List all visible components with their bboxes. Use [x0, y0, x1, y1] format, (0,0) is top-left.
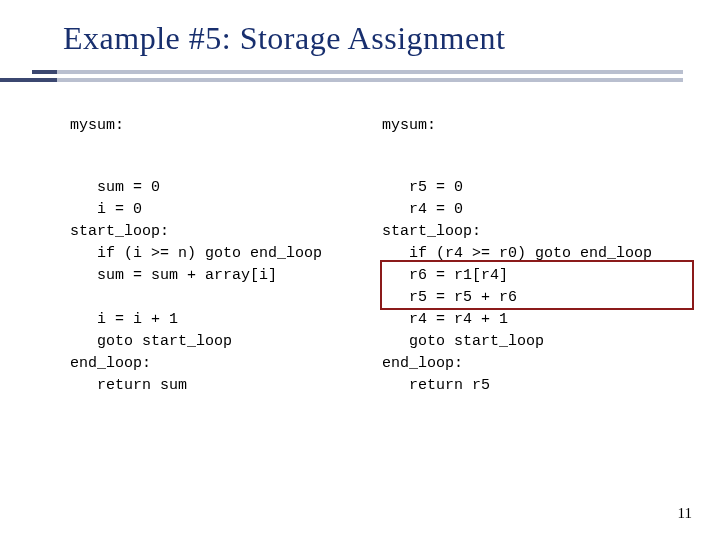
- left-code-column: mysum: sum = 0 i = 0 start_loop: if (i >…: [70, 115, 380, 397]
- underline-rule-2: [0, 78, 683, 82]
- slide-title: Example #5: Storage Assignment: [63, 20, 506, 56]
- right-code-column: mysum: r5 = 0 r4 = 0 start_loop: if (r4 …: [382, 115, 702, 397]
- underline-rule-1: [32, 70, 683, 74]
- left-code-block-2: i = i + 1 goto start_loop end_loop: retu…: [70, 309, 380, 397]
- slide-title-area: Example #5: Storage Assignment: [63, 20, 683, 57]
- page-number: 11: [678, 505, 692, 522]
- left-code-block-1: sum = 0 i = 0 start_loop: if (i >= n) go…: [70, 177, 380, 287]
- right-code-block: r5 = 0 r4 = 0 start_loop: if (r4 >= r0) …: [382, 177, 702, 397]
- right-label: mysum:: [382, 115, 702, 137]
- left-label: mysum:: [70, 115, 380, 137]
